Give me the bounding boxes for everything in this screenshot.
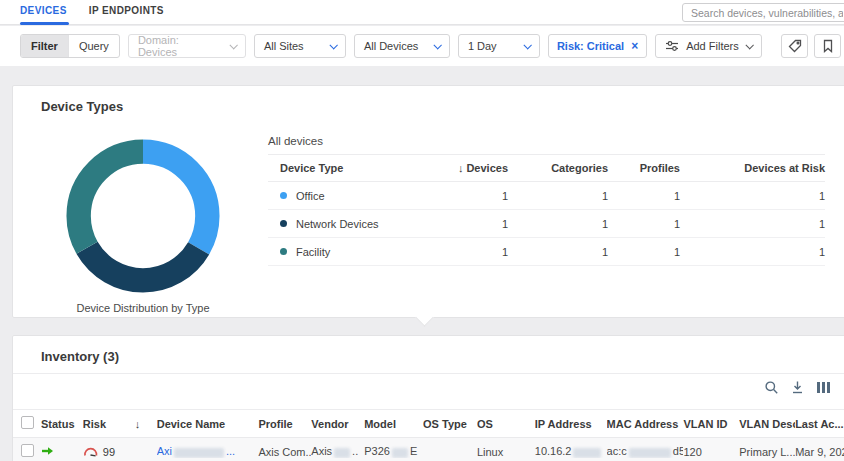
- inventory-row[interactable]: 99 Axi... Axis Com... Axis.. P326E Linux…: [13, 437, 844, 461]
- select-all-checkbox[interactable]: [21, 416, 34, 429]
- inventory-title: Inventory (3): [41, 349, 119, 364]
- devices-select[interactable]: All Devices: [354, 34, 450, 58]
- download-icon[interactable]: [790, 380, 805, 395]
- time-range-label: 1 Day: [468, 40, 497, 52]
- status-up-icon: [41, 445, 55, 457]
- inventory-toolbar: [764, 380, 831, 395]
- query-mode-button[interactable]: Query: [68, 35, 119, 57]
- col-profiles[interactable]: Profiles: [608, 162, 680, 174]
- vendor-cell: Axis..: [311, 445, 364, 457]
- last-activity-cell: Mar 9, 2023: [795, 446, 844, 458]
- col-model[interactable]: Model: [364, 418, 423, 430]
- device-types-title: Device Types: [41, 99, 123, 114]
- donut-caption: Device Distribution by Type: [63, 302, 223, 314]
- bookmark-icon: [822, 39, 834, 53]
- redacted-text: [392, 448, 408, 458]
- sites-select[interactable]: All Sites: [254, 34, 346, 58]
- model-cell: P326E: [364, 445, 423, 457]
- global-search-input[interactable]: [682, 3, 844, 22]
- chevron-down-icon: [229, 41, 237, 49]
- redacted-text: [629, 448, 671, 458]
- ip-address-cell: 10.16.2: [535, 445, 607, 457]
- network-devices-dot-icon: [280, 220, 287, 227]
- all-devices-table: All devices Device Type ↓Devices Categor…: [268, 135, 825, 266]
- time-range-select[interactable]: 1 Day: [458, 34, 540, 58]
- all-devices-label: All devices: [268, 135, 825, 155]
- vlan-desc-cell: Primary L...: [739, 446, 795, 458]
- risk-score: 99: [103, 446, 115, 458]
- col-categories[interactable]: Categories: [508, 162, 608, 174]
- mac-address-cell: ac:cd5: [607, 445, 684, 457]
- risk-gauge-icon: [83, 446, 98, 457]
- chevron-down-icon: [329, 41, 337, 49]
- col-device-type[interactable]: Device Type: [268, 162, 418, 174]
- chevron-down-icon: [433, 41, 441, 49]
- col-devices[interactable]: ↓Devices: [418, 162, 508, 174]
- col-risk[interactable]: Risk: [83, 418, 135, 430]
- redacted-text: [334, 448, 350, 458]
- col-vendor[interactable]: Vendor: [311, 418, 364, 430]
- col-devices-at-risk[interactable]: Devices at Risk: [680, 162, 825, 174]
- sites-select-label: All Sites: [264, 40, 304, 52]
- type-row-network-devices[interactable]: Network Devices 1 1 1 1: [268, 210, 825, 238]
- tab-ip-endpoints[interactable]: IP ENDPOINTS: [89, 0, 164, 25]
- col-status[interactable]: Status: [41, 418, 83, 430]
- chip-close-icon[interactable]: ×: [631, 39, 638, 53]
- columns-icon[interactable]: [816, 381, 831, 394]
- col-ip-address[interactable]: IP Address: [535, 418, 607, 430]
- inventory-table-header: Status Risk ↓ Device Name Profile Vendor…: [13, 409, 844, 437]
- device-name-link[interactable]: Axi...: [157, 445, 235, 457]
- tag-icon: [788, 39, 802, 53]
- donut-chart: [65, 138, 221, 294]
- types-table-header: Device Type ↓Devices Categories Profiles…: [268, 155, 825, 182]
- chevron-down-icon: [745, 41, 753, 49]
- sort-desc-icon: ↓: [458, 162, 464, 174]
- nav-tabs: DEVICES IP ENDPOINTS: [20, 0, 164, 25]
- filter-mode-button[interactable]: Filter: [21, 35, 68, 57]
- vlan-id-cell: 120: [683, 446, 739, 458]
- tag-button[interactable]: [781, 34, 808, 58]
- chevron-down-icon: [523, 41, 531, 49]
- office-dot-icon: [280, 192, 287, 199]
- col-last-activity[interactable]: Last Ac...: [795, 418, 844, 430]
- inventory-card: Inventory (3) Status Risk ↓ Device Name …: [12, 335, 844, 461]
- sliders-icon: [665, 40, 679, 52]
- redacted-text: [174, 448, 224, 458]
- domain-select-label: Domain: Devices: [138, 34, 220, 58]
- domain-select[interactable]: Domain: Devices: [128, 34, 246, 58]
- col-device-name[interactable]: Device Name: [157, 418, 259, 430]
- type-row-facility[interactable]: Facility 1 1 1 1: [268, 238, 825, 266]
- col-mac-address[interactable]: MAC Address: [607, 418, 684, 430]
- col-profile[interactable]: Profile: [258, 418, 311, 430]
- top-navigation-bar: DEVICES IP ENDPOINTS: [0, 0, 844, 25]
- col-vlan-id[interactable]: VLAN ID: [683, 418, 739, 430]
- redacted-text: [573, 448, 601, 458]
- col-os[interactable]: OS: [477, 418, 535, 430]
- facility-dot-icon: [280, 248, 287, 255]
- row-checkbox[interactable]: [21, 444, 34, 457]
- devices-select-label: All Devices: [364, 40, 418, 52]
- filter-bar: Filter Query Domain: Devices All Sites A…: [0, 26, 844, 66]
- sort-desc-icon[interactable]: ↓: [135, 418, 157, 430]
- device-types-card: Device Types Device Distribution by Type…: [12, 85, 844, 318]
- device-distribution-chart: Device Distribution by Type: [63, 138, 223, 314]
- add-filters-label: Add Filters: [686, 40, 739, 52]
- profile-cell: Axis Com...: [258, 446, 311, 458]
- risk-critical-filter-chip[interactable]: Risk: Critical ×: [548, 34, 647, 58]
- filter-query-toggle: Filter Query: [20, 34, 120, 58]
- collapse-notch[interactable]: [415, 308, 433, 326]
- type-row-office[interactable]: Office 1 1 1 1: [268, 182, 825, 210]
- add-filters-button[interactable]: Add Filters: [655, 34, 762, 58]
- risk-chip-label: Risk: Critical: [557, 40, 624, 52]
- col-vlan-desc[interactable]: VLAN Desc...: [739, 418, 795, 430]
- col-os-type[interactable]: OS Type: [423, 418, 477, 430]
- os-cell: Linux: [477, 446, 535, 458]
- bookmark-button[interactable]: [814, 34, 841, 58]
- divider: [13, 373, 844, 374]
- search-icon[interactable]: [764, 380, 779, 395]
- tab-devices[interactable]: DEVICES: [20, 0, 67, 25]
